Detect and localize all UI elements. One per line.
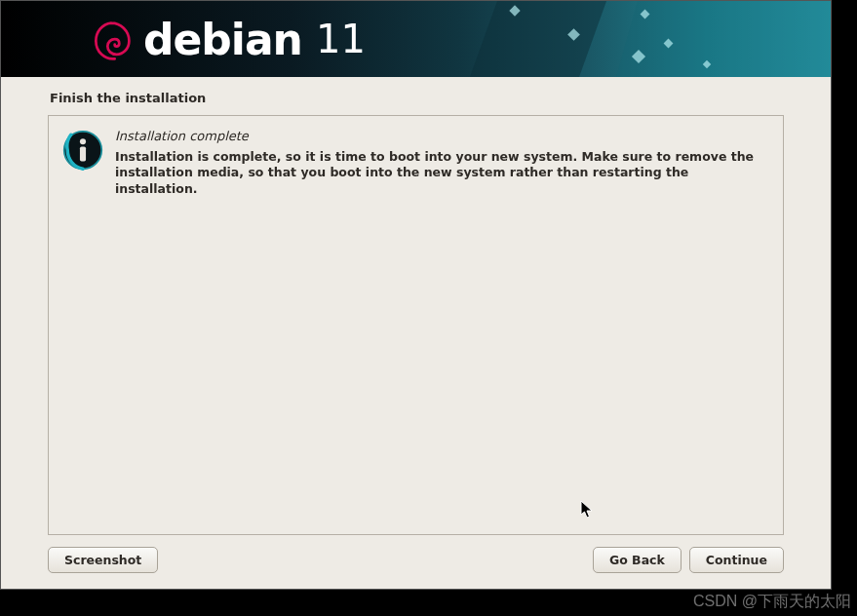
continue-button[interactable]: Continue <box>689 547 784 573</box>
installer-window: debian 11 Finish the installation Instal… <box>0 0 832 590</box>
button-bar: Screenshot Go Back Continue <box>1 535 831 589</box>
header-banner: debian 11 <box>1 1 831 77</box>
message-block: Installation complete Installation is co… <box>115 128 769 198</box>
brand-version: 11 <box>316 17 366 61</box>
go-back-button[interactable]: Go Back <box>593 547 682 573</box>
content-panel: Installation complete Installation is co… <box>48 115 784 535</box>
message-body: Installation is complete, so it is time … <box>115 149 769 199</box>
svg-point-1 <box>80 138 86 144</box>
message-title: Installation complete <box>115 128 769 145</box>
screenshot-button[interactable]: Screenshot <box>48 547 158 573</box>
brand-name: debian <box>143 15 302 64</box>
page-title: Finish the installation <box>1 77 831 115</box>
watermark-text: CSDN @下雨天的太阳 <box>693 592 851 612</box>
debian-swirl-logo <box>89 19 134 63</box>
info-icon <box>62 130 103 171</box>
svg-rect-2 <box>80 147 86 162</box>
header-decoration <box>460 1 831 77</box>
